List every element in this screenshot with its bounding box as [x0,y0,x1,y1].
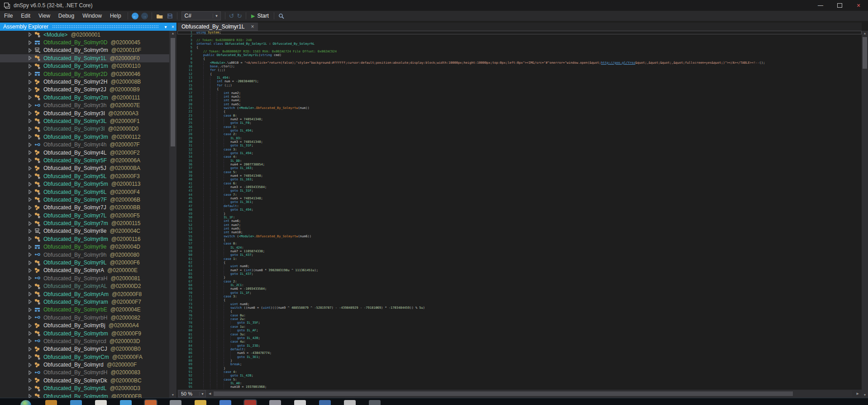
code-line[interactable]: 14int num = -2083840071; [177,80,862,83]
expander-icon[interactable] [28,229,33,234]
expander-icon[interactable] [28,370,33,375]
code-line[interactable]: 87goto IL_3E1; [177,355,862,359]
expander-icon[interactable] [28,197,33,202]
maximize-icon[interactable] [830,0,849,11]
expander-icon[interactable] [28,386,33,391]
code-line[interactable]: 80goto IL_AF; [177,329,862,332]
expander-icon[interactable] [28,307,33,312]
code-line[interactable]: 42num3 = -1093433584; [177,185,862,189]
expander-icon[interactable] [28,363,33,367]
expander-icon[interactable] [28,394,33,398]
code-line[interactable]: 65goto IL_437; [177,272,862,276]
code-line[interactable]: 81case 3u: [177,333,862,336]
taskbar-icon[interactable] [170,400,181,405]
scroll-left-icon[interactable]: ◀ [206,392,214,396]
expander-icon[interactable] [28,378,33,383]
code-line[interactable]: 3// Token: 0x020000F0 RID: 240 [177,38,862,42]
expander-icon[interactable] [28,315,33,320]
tree-row[interactable]: Obfuscated_By_Solmyr2D@02000046 [0,70,176,78]
tree-row[interactable]: Obfuscated_By_Solmyr1L@020000F0 [0,54,176,62]
code-line[interactable]: 31goto IL_31F; [177,144,862,147]
tree-row[interactable]: Obfuscated_By_Solmyrcd@0200003D [0,337,176,345]
tree-row[interactable]: Obfuscated_By_Solmyrbm@020000F9 [0,330,176,337]
code-line[interactable]: 37goto IL_163; [177,166,862,170]
code-line[interactable]: 72{ [177,298,862,302]
code-line[interactable]: 41case 6: [177,182,862,185]
code-line[interactable]: 82goto IL_42B; [177,336,862,340]
code-line[interactable]: 83case 4u: [177,340,862,344]
tree-row[interactable]: Obfuscated_By_Solmyr4L@020000F2 [0,149,176,156]
expander-icon[interactable] [28,213,33,218]
code-hyperlink[interactable]: http://goo.gl/Yroz [601,61,635,65]
code-line[interactable]: 52int num7; [177,223,862,227]
taskbar-icon[interactable] [45,400,57,405]
code-line[interactable]: 68IL_2C1: [177,283,862,287]
taskbar-icon[interactable] [70,400,82,405]
code-line[interactable]: 51int num6; [177,219,862,223]
code-line[interactable]: 69num6 = -1093433584; [177,287,862,291]
tree-row[interactable]: Obfuscated_By_Solmyr8e@0200004C [0,227,176,235]
tree-row[interactable]: Obfuscated_By_Solmyr1m@02000110 [0,62,176,70]
code-line[interactable]: 63uint num8; [177,264,862,268]
code-line[interactable]: 35IL_DD: [177,159,862,163]
code-line[interactable]: 84goto IL_23D; [177,344,862,348]
tree-row[interactable]: Obfuscated_By_Solmyram@020000F7 [0,298,176,306]
expander-icon[interactable] [28,103,33,108]
code-line[interactable]: 30num3 = 748541348; [177,140,862,144]
code-line[interactable]: 25goto IL_F0; [177,121,862,125]
taskbar-icon[interactable] [344,400,356,405]
tree-row[interactable]: Obfuscated_By_Solmyr3I@020000A3 [0,109,176,117]
tree-row[interactable]: Obfuscated_By_Solmyr7J@020000BB [0,204,176,212]
code-line[interactable]: 53int num9; [177,227,862,231]
tree-row[interactable]: Obfuscated_By_Solmyr2J@020000B9 [0,86,176,94]
taskbar-icon[interactable] [369,400,381,405]
code-line[interactable]: 15for (;;) [177,84,862,87]
tree-row[interactable]: Obfuscated_By_SolmyraH@02000081 [0,274,176,282]
tab-close-icon[interactable]: × [251,24,254,30]
code-line[interactable]: 21switch (<Module>.Obfuscated_By_Solmyrt… [177,106,862,110]
tree-row[interactable]: Obfuscated_By_Solmyr3l@020000D0 [0,125,176,133]
editor-scrollbar-thumb[interactable] [863,37,867,69]
code-line[interactable]: 55switch (<Module>.Obfuscated_By_Solmyrt… [177,235,862,238]
code-line[interactable]: 93case 5: [177,378,862,381]
code-line[interactable]: 22{ [177,110,862,113]
menu-debug[interactable]: Debug [54,11,78,21]
expander-icon[interactable] [28,95,33,100]
navigate-back-icon[interactable]: ← [132,13,138,19]
start-button[interactable]: ▶ Start [251,13,269,19]
code-line[interactable]: 60goto IL_437; [177,253,862,257]
code-editor[interactable]: 1using System;23// Token: 0x020000F0 RID… [177,31,862,390]
expander-icon[interactable] [28,150,33,155]
code-line[interactable]: 2 [177,34,862,38]
code-line[interactable]: 20int num5; [177,103,862,106]
expander-icon[interactable] [28,276,33,281]
code-line[interactable]: 6// Token: 0x0600062F RID: 1583 RVA: 0x0… [177,50,862,53]
code-line[interactable]: 5{ [177,46,862,49]
scroll-down-icon[interactable]: ▼ [169,392,176,398]
code-line[interactable]: 47default: [177,204,862,208]
code-line[interactable]: 24num2 = 748541348; [177,118,862,121]
code-line[interactable]: 7public Obfuscated_By_Solmyr1L(string cm… [177,53,862,57]
code-line[interactable]: 18int num3; [177,95,862,99]
expander-icon[interactable] [28,87,33,92]
tree-row[interactable]: Obfuscated_By_SolmyrBj@020000A4 [0,321,176,329]
code-line[interactable]: 64num7 = (int)(num8 * 3982883198u ^ 1113… [177,268,862,272]
code-line[interactable]: 29IL_D3: [177,137,862,140]
tree-row[interactable]: Obfuscated_By_Solmyrd@0200000F [0,361,176,368]
menu-edit[interactable]: Edit [17,11,34,21]
code-line[interactable]: 26case 1: [177,125,862,129]
language-select[interactable]: C# ▾ [181,11,221,20]
expander-icon[interactable] [28,64,33,69]
code-line[interactable]: 78goto IL_35F; [177,321,862,325]
taskbar-icon[interactable] [219,400,231,405]
close-icon[interactable]: × [849,0,868,11]
code-line[interactable]: 1using System; [177,31,862,34]
code-line[interactable]: 4internal class Obfuscated_By_Solmyr1L :… [177,42,862,46]
expander-icon[interactable] [28,323,33,328]
tree-row[interactable]: Obfuscated_By_Solmyrdm@020000FB [0,392,176,398]
scroll-up-icon[interactable]: ▲ [169,31,176,36]
code-line[interactable]: 11for (;;) [177,68,862,72]
tree-row[interactable]: Obfuscated_By_Solmyr8m@02000116 [0,235,176,243]
code-line[interactable]: 75{ [177,310,862,313]
code-line[interactable]: 79case 1u: [177,325,862,329]
